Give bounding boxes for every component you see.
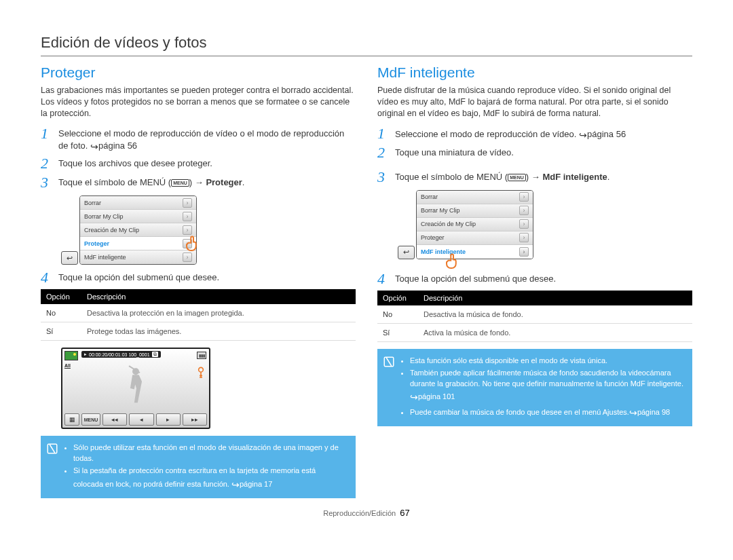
th-opcion: Opción [377,291,418,305]
playback-controls: ▦ MENU ◂◂ ◂ ▸ ▸▸ [64,413,207,426]
note-mdf: Esta función sólo está disponible en el … [377,349,692,426]
step-4: 4 Toque la opción del submenú que desee. [377,272,692,286]
chevron-right-icon: › [183,198,192,208]
playback-preview: All ▸ 00:00:20/00:01:03 100_0001 ⧉ ▮▮▮ ▦… [61,348,210,429]
menu-item-borrar[interactable]: Borrar› [417,191,533,204]
mi-label: Borrar My Clip [421,207,460,214]
step-text: Toque la opción del submenú que desee. [58,270,219,284]
back-button-icon[interactable]: ↩ [398,246,415,259]
step-number: 2 [377,145,388,160]
note-icon [46,443,58,455]
ref-arrow-icon: ↪ [579,129,587,142]
thumbnail-icon [64,351,78,360]
nb-text: Si la pestaña de protección contra escri… [73,466,316,488]
back-button-icon[interactable]: ↩ [61,251,78,265]
intro-mdf: Puede disfrutar de la música cuando repr… [377,85,692,119]
step-number: 4 [41,270,52,285]
table-row: SíProtege todas las imágenes. [41,322,356,341]
preview-side: All [64,351,78,368]
mi-label: Creación de My Clip [421,221,476,227]
touch-hand-icon [183,234,204,254]
menu-item-mdf[interactable]: MdF inteligente› [417,245,533,259]
s3bold: Proteger [206,177,242,187]
td: No [377,305,418,324]
step-text: Toque los archivos que desee proteger. [58,156,212,170]
column-mdf: MdF inteligente Puede disfrutar de la mú… [377,64,692,498]
step-text: Seleccione el modo de reproducción de ví… [395,126,626,141]
td: Sí [41,322,81,341]
menu-item-creacion-myclip[interactable]: Creación de My Clip› [80,223,196,237]
menu-screenshot-mdf: ↩ Borrar› Borrar My Clip› Creación de My… [398,190,533,259]
mi-label: Borrar [421,193,438,200]
step-text: Seleccione el modo de reproducción de ví… [58,126,356,152]
mi-label: Proteger [84,240,109,247]
step-number: 3 [377,170,388,185]
td: No [41,304,81,322]
th-descripcion: Descripción [418,291,692,305]
th-opcion: Opción [41,289,81,304]
intro-proteger: Las grabaciones más importantes se puede… [41,85,356,119]
note-bullet: Si la pestaña de protección contra escri… [73,466,347,490]
step-number: 2 [41,156,52,171]
s3c: . [607,172,610,182]
column-proteger: Proteger Las grabaciones más importantes… [41,64,356,498]
menu-item-borrar-myclip[interactable]: Borrar My Clip› [80,210,196,223]
td: Protege todas las imágenes. [81,322,356,341]
chevron-right-icon: › [519,247,529,257]
chevron-right-icon: › [519,206,529,215]
step-3: 3 Toque el símbolo de MENÚ (MENU) → MdF … [377,170,692,185]
note-bullet: Puede cambiar la música de fondo que des… [410,405,684,418]
step-3: 3 Toque el símbolo de MENÚ (MENU) → Prot… [41,175,356,190]
note-bullet: Sólo puede utilizar esta función en el m… [73,443,347,464]
prev-icon[interactable]: ◂ [129,413,153,426]
step-text: Toque el símbolo de MENÚ (MENU) → Proteg… [58,175,244,189]
ref-arrow-icon: ↪ [410,390,418,404]
menu-list: Borrar› Borrar My Clip› Creación de My C… [416,190,533,259]
step-number: 4 [377,272,388,286]
step-2: 2 Toque una miniatura de vídeo. [377,145,692,160]
menu-list: Borrar› Borrar My Clip› Creación de My C… [79,195,197,265]
ref-arrow-icon: ↪ [629,406,637,419]
ref-arrow-icon: ↪ [90,141,98,153]
menu-item-proteger[interactable]: Proteger› [417,231,533,245]
nb-text: También puede aplicar fácilmente música … [410,369,683,388]
menu-item-creacion-myclip[interactable]: Creación de My Clip› [417,218,533,231]
menu-screenshot-proteger: ↩ Borrar› Borrar My Clip› Creación de My… [61,195,197,265]
all-label: All [64,363,78,368]
two-column-layout: Proteger Las grabaciones más importantes… [41,64,692,498]
menu-item-borrar[interactable]: Borrar› [80,196,196,210]
page-footer: Reproducción/Edición 67 [41,508,692,518]
mi-label: Borrar [84,200,101,206]
s3a: Toque el símbolo de MENÚ ( [58,177,171,187]
prev-fast-icon[interactable]: ◂◂ [102,413,127,426]
td: Activa la música de fondo. [418,323,692,341]
key-lock-icon [195,367,206,382]
menu-button[interactable]: MENU [81,413,100,426]
table-row: NoDesactiva la protección en la imagen p… [41,304,356,322]
menu-item-borrar-myclip[interactable]: Borrar My Clip› [417,204,533,218]
heading-proteger: Proteger [41,64,356,81]
options-table-mdf: OpciónDescripción NoDesactiva la música … [377,291,692,342]
td: Sí [377,323,418,341]
menu-item-proteger[interactable]: Proteger› [80,237,196,250]
th-descripcion: Descripción [81,289,356,304]
grid-view-icon[interactable]: ▦ [64,413,79,426]
next-icon[interactable]: ▸▸ [183,413,207,426]
heading-mdf: MdF inteligente [377,64,692,81]
chevron-right-icon: › [183,212,192,221]
note-icon [383,356,395,368]
options-table-proteger: OpciónDescripción NoDesactiva la protecc… [41,289,356,341]
sd-icon: ⧉ [152,352,158,357]
menu-item-mdf[interactable]: MdF inteligente› [80,250,196,264]
nb-text: Puede cambiar la música de fondo que des… [410,408,629,416]
step-number: 1 [377,126,388,141]
play-dot-icon: ▸ [84,352,87,357]
td: Desactiva la protección en la imagen pro… [81,304,356,322]
nb-ref: página 98 [637,408,670,416]
s1-text: Seleccione el modo de reproducción de ví… [395,129,579,139]
s1-ref: página 56 [587,129,626,139]
page-title: Edición de vídeos y fotos [41,34,692,56]
touch-hand-icon [443,251,464,272]
play-icon[interactable]: ▸ [156,413,181,426]
mi-label: Borrar My Clip [84,213,124,220]
